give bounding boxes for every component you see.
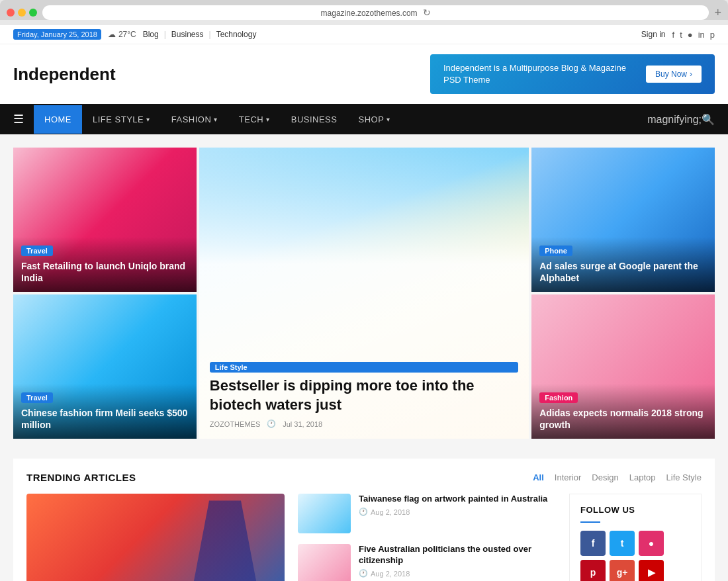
technology-link[interactable]: Technology [216, 30, 257, 39]
nav-search-icon[interactable]: magnifying;🔍 [647, 113, 715, 126]
hero-overlay-bottom-left: Travel Chinese fashion firm Meili seeks … [13, 384, 197, 439]
hero-tag-bottom-left: Travel [21, 392, 53, 403]
trending-tab-all[interactable]: All [533, 472, 544, 482]
browser-url-bar[interactable]: magazine.zozothemes.com ↻ [42, 5, 709, 20]
sidebar: FOLLOW US f t ● p g+ ▶ in [569, 494, 702, 581]
url-text: magazine.zozothemes.com [321, 9, 418, 18]
new-tab-button[interactable]: + [714, 6, 721, 20]
side-article-1[interactable]: Taiwanese flag on artwork painted in Aus… [298, 494, 556, 533]
hero-card-center[interactable]: Life Style Bestseller is dipping more to… [199, 148, 529, 439]
tech-chevron-icon: ▾ [266, 116, 270, 123]
googleplus-follow-button[interactable]: g+ [610, 560, 635, 581]
facebook-follow-button[interactable]: f [580, 531, 606, 556]
top-social-icons: f t ● in p [672, 30, 715, 40]
top-bar: Friday, January 25, 2018 ☁ 27°C Blog | B… [0, 25, 728, 44]
nav-fashion[interactable]: FASHION ▾ [161, 105, 228, 134]
featured-article: Life Style Eurovision 2018: Ireland amon… [26, 494, 285, 581]
content-with-sidebar: Life Style Eurovision 2018: Ireland amon… [26, 494, 702, 581]
separator-2: | [209, 30, 211, 39]
minimize-dot[interactable] [18, 9, 26, 17]
browser-toolbar: magazine.zozothemes.com ↻ + [7, 5, 721, 20]
site-logo[interactable]: Independent [13, 64, 116, 85]
top-bar-left: Friday, January 25, 2018 ☁ 27°C Blog | B… [13, 29, 256, 40]
instagram-top-icon[interactable]: ● [688, 30, 693, 40]
ad-button-label: Buy Now [655, 69, 687, 79]
hero-meta-center: ZOZOTHEMES 🕐 Jul 31, 2018 [210, 420, 518, 428]
side-article-title-2: Five Australian politicians the ousted o… [359, 544, 556, 566]
nav-lifestyle[interactable]: LIFE STYLE ▾ [82, 105, 161, 134]
clock-icon: 🕐 [267, 420, 276, 428]
twitter-follow-button[interactable]: t [610, 531, 635, 556]
separator-1: | [164, 30, 166, 39]
hero-title-top-right: Ad sales surge at Google parent the Alph… [539, 260, 707, 284]
hero-overlay-center: Life Style Bestseller is dipping more to… [199, 148, 529, 439]
blog-link[interactable]: Blog [143, 30, 159, 39]
browser-chrome: magazine.zozothemes.com ↻ + [0, 0, 728, 20]
side-article-2[interactable]: Five Australian politicians the ousted o… [298, 544, 556, 581]
trending-tab-design[interactable]: Design [592, 472, 618, 482]
follow-divider [580, 521, 600, 523]
hero-title-center: Bestseller is dipping more toe into the … [210, 377, 518, 414]
page-wrapper: Friday, January 25, 2018 ☁ 27°C Blog | B… [0, 25, 728, 581]
header: Independent Independent is a Multipurpos… [0, 44, 728, 104]
main-articles: Life Style Eurovision 2018: Ireland amon… [26, 494, 285, 581]
maximize-dot[interactable] [29, 9, 37, 17]
twitter-top-icon[interactable]: t [680, 30, 682, 40]
ad-arrow-icon: › [690, 69, 692, 79]
side-article-content-2: Five Australian politicians the ousted o… [359, 544, 556, 578]
youtube-follow-button[interactable]: ▶ [639, 560, 664, 581]
trending-tab-lifestyle[interactable]: Life Style [666, 472, 702, 482]
follow-us-widget: FOLLOW US f t ● p g+ ▶ in [569, 494, 702, 581]
nav-business[interactable]: BUSINESS [281, 105, 348, 134]
hero-card-bottom-left[interactable]: Travel Chinese fashion firm Meili seeks … [13, 294, 197, 439]
nav-home[interactable]: HOME [34, 105, 82, 134]
temperature: 27°C [118, 30, 136, 39]
hero-tag-bottom-right: Fashion [539, 392, 578, 403]
hero-title-bottom-left: Chinese fashion firm Meili seeks $500 mi… [21, 407, 189, 431]
follow-us-title: FOLLOW US [580, 505, 690, 515]
hero-overlay-top-right: Phone Ad sales surge at Google parent th… [531, 237, 715, 292]
featured-article-image[interactable]: Life Style [26, 494, 285, 581]
signin-link[interactable]: Sign in [641, 30, 666, 39]
hero-card-top-right[interactable]: Phone Ad sales surge at Google parent th… [531, 148, 715, 292]
refresh-icon[interactable]: ↻ [423, 7, 431, 18]
trending-tabs: All Interior Design Laptop Life Style [533, 472, 702, 482]
hero-author-center: ZOZOTHEMES [210, 420, 260, 428]
header-ad-text: Independent is a Multipurpose Blog & Mag… [443, 62, 633, 86]
header-ad-button[interactable]: Buy Now › [646, 66, 702, 83]
hero-grid: Travel Fast Retailing to launch Uniqlo b… [13, 148, 715, 439]
close-dot[interactable] [7, 9, 15, 17]
hero-overlay-bottom-right: Fashion Adidas expects normalis 2018 str… [531, 384, 715, 439]
hero-card-bottom-right[interactable]: Fashion Adidas expects normalis 2018 str… [531, 294, 715, 439]
fashion-chevron-icon: ▾ [214, 116, 218, 123]
hero-title-top-left: Fast Retailing to launch Uniqlo brand In… [21, 260, 189, 284]
nav-tech[interactable]: TECH ▾ [228, 105, 281, 134]
hero-card-top-left[interactable]: Travel Fast Retailing to launch Uniqlo b… [13, 148, 197, 292]
trending-tab-interior[interactable]: Interior [555, 472, 581, 482]
hero-overlay-top-left: Travel Fast Retailing to launch Uniqlo b… [13, 237, 197, 292]
top-bar-links: Blog | Business | Technology [143, 30, 257, 39]
header-ad: Independent is a Multipurpose Blog & Mag… [430, 54, 715, 94]
linkedin-top-icon[interactable]: in [698, 30, 705, 40]
trending-section: TRENDING ARTICLES All Interior Design La… [13, 459, 715, 581]
side-article-date-1: 🕐 Aug 2, 2018 [359, 508, 556, 516]
main-nav: ☰ HOME LIFE STYLE ▾ FASHION ▾ TECH ▾ BUS… [0, 104, 728, 134]
weather: ☁ 27°C [108, 30, 136, 39]
business-link[interactable]: Business [171, 30, 204, 39]
pinterest-top-icon[interactable]: p [710, 30, 715, 40]
hero-tag-top-right: Phone [539, 246, 572, 256]
hero-tag-top-left: Travel [21, 246, 53, 256]
trending-tab-laptop[interactable]: Laptop [629, 472, 656, 482]
clock-icon-1: 🕐 [359, 508, 368, 516]
instagram-follow-button[interactable]: ● [639, 531, 664, 556]
hero-title-bottom-right: Adidas expects normalis 2018 strong grow… [539, 407, 707, 431]
side-article-title-1: Taiwanese flag on artwork painted in Aus… [359, 494, 556, 505]
pinterest-follow-button[interactable]: p [580, 560, 606, 581]
facebook-top-icon[interactable]: f [672, 30, 675, 40]
nav-shop[interactable]: SHOP ▾ [347, 105, 400, 134]
side-article-date-2: 🕐 Aug 2, 2018 [359, 569, 556, 578]
side-article-img-1 [298, 494, 351, 533]
shop-chevron-icon: ▾ [387, 116, 390, 123]
hamburger-menu-icon[interactable]: ☰ [13, 104, 34, 134]
hero-tag-center: Life Style [210, 362, 518, 373]
